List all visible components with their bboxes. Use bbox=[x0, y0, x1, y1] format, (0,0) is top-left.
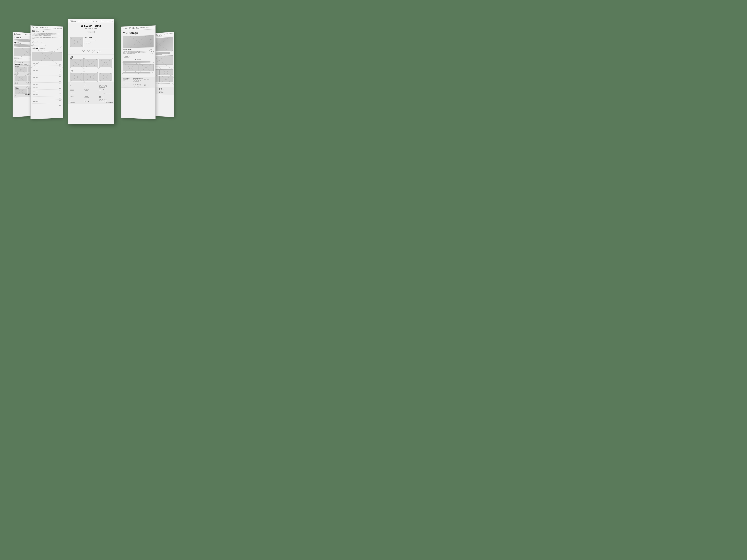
card3-flipped-col1: ɯɐǝʇ ǝɥʇ ɹosuodS ʇɔɐʇuoɔ ⬡ ⬡ ⬡ bbox=[70, 96, 83, 102]
card4-dot1[interactable] bbox=[135, 59, 136, 60]
card2-list-item-7[interactable]: Lorem Ipsum + bbox=[32, 82, 62, 86]
card2-apply-btn[interactable]: Apply to Align Racing! bbox=[32, 41, 43, 43]
card4-chevron-wrap: › bbox=[150, 39, 152, 44]
card2-flist-item-3[interactable]: µɹɐsʇɹ ɯɐɹnu + bbox=[32, 96, 62, 100]
card3-fsocial2[interactable]: ✕ bbox=[101, 85, 103, 87]
card2-item1-icon[interactable]: + bbox=[59, 62, 61, 65]
card1-m3-icon2[interactable]: ✕ bbox=[17, 82, 18, 84]
card3-footer-col2-btn[interactable]: ⬡ ⬡ ⬡ bbox=[84, 89, 89, 91]
tab-financial[interactable]: Financial bbox=[20, 63, 24, 65]
card2-nav-joinus[interactable]: Join Us bbox=[40, 27, 44, 28]
card2-flist-item-5[interactable]: µɹɐsʇɹ ɯɐɹnu + bbox=[32, 89, 62, 93]
card2-list-item-6[interactable]: Lorem Ipsum + bbox=[32, 79, 62, 83]
card5-nav-theteam[interactable]: The Team bbox=[155, 34, 158, 36]
card4-ffsoc4[interactable]: ✕ bbox=[139, 84, 141, 85]
card4-fsoc4[interactable]: ✕ bbox=[139, 79, 141, 81]
card4-ffsoc3[interactable]: ✕ bbox=[137, 84, 139, 85]
card2-item6-icon[interactable]: + bbox=[59, 80, 61, 82]
card2-list-item-1[interactable]: Lorem Ipsum + bbox=[32, 62, 62, 65]
card3-fsocial4-f[interactable]: ✕ bbox=[105, 99, 107, 101]
card5-nav-contact[interactable]: Contact bbox=[169, 33, 173, 35]
card3-nav-faq[interactable]: FAQ bbox=[110, 21, 113, 22]
card3-facebook-icon[interactable]: f bbox=[70, 70, 73, 72]
card3-fc2-btn[interactable]: ⬡ ⬡ ⬡ bbox=[84, 97, 88, 98]
card2-list-item-4[interactable]: Lorem Ipsum + bbox=[32, 72, 62, 76]
card3-nav-theteam[interactable]: The Team bbox=[83, 21, 88, 22]
card3-social-x1[interactable]: ✕ bbox=[82, 50, 85, 53]
card2-lang-no[interactable]: Norwegian bbox=[41, 48, 46, 49]
card2-list-item-2[interactable]: Lorem Ipsum + bbox=[32, 65, 62, 69]
card3-footer-col1-btn[interactable]: ⬡ ⬡ ⬡ bbox=[70, 89, 74, 91]
card3-fsocial4[interactable]: ✕ bbox=[105, 85, 107, 87]
card4-fsoc3[interactable]: ✕ bbox=[137, 79, 139, 80]
card2-list-item-3[interactable]: Lorem Ipsum + bbox=[32, 69, 62, 72]
card1-fm1-i2[interactable]: ✕ bbox=[17, 87, 18, 88]
card3-flipped-logo-icon bbox=[99, 97, 101, 98]
card4-nav-joinus[interactable]: Join Us bbox=[129, 27, 131, 29]
card3-nav-garage[interactable]: The Garage bbox=[89, 21, 95, 22]
card4-hero-diag2 bbox=[123, 35, 154, 48]
card3-social-x2[interactable]: ✕ bbox=[87, 50, 90, 53]
card4-nav-sponsors[interactable]: Sponsors bbox=[140, 27, 145, 29]
card3-hero-title: Join Align Racing! bbox=[71, 25, 112, 27]
card4-ffsoc2[interactable]: ✕ bbox=[135, 84, 137, 85]
card4-nav-contact[interactable]: Contact bbox=[151, 26, 154, 28]
card2-fitem6-icon[interactable]: + bbox=[59, 87, 61, 89]
card3-footer-col1-title: The team bbox=[70, 83, 83, 84]
card3-the-team-btn[interactable]: The Team bbox=[84, 42, 91, 44]
card2-fitem3-icon[interactable]: + bbox=[59, 97, 61, 99]
card4-nav-theteam[interactable]: The Team bbox=[132, 27, 135, 29]
card2-fitem2-icon[interactable]: + bbox=[59, 100, 61, 102]
card4-dot3[interactable] bbox=[138, 59, 139, 60]
card3-nav-contact[interactable]: Contact bbox=[106, 21, 109, 22]
card3-fsocial3[interactable]: ✕ bbox=[103, 85, 105, 87]
card4-page-title: The Garage bbox=[123, 31, 154, 35]
card2-flist-item-4[interactable]: µɹɐsʇɹ ɯɐɹnu + bbox=[32, 92, 62, 97]
card3-apply-btn[interactable]: Apply bbox=[87, 31, 95, 33]
card2-nav-sponsors[interactable]: Sponsors bbox=[57, 27, 62, 29]
card4-nav-gallery[interactable]: Gallery bbox=[146, 26, 149, 29]
card4-fsoc1[interactable]: ✕ bbox=[133, 79, 135, 80]
card1-nav-joinus[interactable]: Join Us bbox=[25, 34, 28, 35]
card2-flist-item-2[interactable]: µɹɐsʇɹ ɯɐɹnu + bbox=[32, 99, 62, 103]
card3-fsocial3-f[interactable]: ✕ bbox=[103, 99, 105, 101]
card2-fitem1-icon[interactable]: + bbox=[59, 104, 61, 106]
card2-fitem5-icon[interactable]: + bbox=[59, 90, 61, 92]
card2-item3-icon[interactable]: + bbox=[59, 70, 61, 72]
card4-team-btn[interactable]: The Team bbox=[123, 56, 130, 57]
card3-fsocial1[interactable]: ✕ bbox=[99, 85, 101, 87]
card2-fitem4-icon[interactable]: + bbox=[59, 93, 61, 96]
card3-nav-gallery[interactable]: Gallery bbox=[101, 21, 105, 22]
card5-nav-sponsors[interactable]: Sponsors bbox=[163, 33, 168, 35]
card1-m1-icon2[interactable]: ✕ bbox=[17, 74, 18, 75]
card5-nav-garage[interactable]: The Garage bbox=[159, 33, 162, 35]
tab-management[interactable]: Management bbox=[15, 63, 20, 65]
card3-instagram-icon[interactable] bbox=[70, 56, 73, 58]
card2-nav-garage[interactable]: The Garage bbox=[51, 27, 56, 28]
card5-grid-img2 bbox=[159, 69, 173, 75]
card3-nav-sponsors[interactable]: Sponsors bbox=[96, 21, 100, 22]
card4-ffsoc1[interactable]: ✕ bbox=[133, 84, 135, 85]
card3-footer-social: ✕ ✕ ✕ ✕ bbox=[99, 85, 112, 87]
card3-flipped-footer: ʎɔɐʌᴉɹd ʎɔᴉlod ɓuᴉɔɐɹ uɓᴉlɐ ɔ 333ɔ ɯɐǝʇ … bbox=[68, 95, 114, 104]
card3-nav-joinus[interactable]: Join Us bbox=[78, 21, 82, 22]
card2-nav-theteam[interactable]: The Team bbox=[45, 27, 49, 28]
card4-nav-garage[interactable]: The Garage bbox=[136, 27, 139, 29]
card3-privacy[interactable]: Privacy Policy bbox=[70, 92, 75, 94]
card2-item5-icon[interactable]: + bbox=[59, 76, 61, 78]
card2-item4-icon[interactable]: + bbox=[59, 73, 61, 75]
card2-item7-icon[interactable]: + bbox=[59, 83, 61, 85]
card3-fsocial2-f[interactable]: ✕ bbox=[101, 99, 103, 101]
card4-fsoc2[interactable]: ✕ bbox=[135, 79, 137, 80]
card4-dot2[interactable] bbox=[137, 59, 138, 60]
card4-dot4[interactable] bbox=[140, 59, 141, 60]
card2-faq-btn[interactable]: Frequently asked questions bbox=[32, 44, 46, 46]
card3-instagram-grid bbox=[70, 59, 112, 67]
card3-social-x3[interactable]: ✕ bbox=[92, 50, 95, 53]
card4-chevron[interactable]: › bbox=[150, 39, 152, 44]
card2-list-item-5[interactable]: Lorem Ipsum + bbox=[32, 76, 62, 79]
card3-fc1-btn[interactable]: ⬡ ⬡ ⬡ bbox=[70, 96, 74, 97]
card3-fsocial1-f[interactable]: ✕ bbox=[99, 99, 101, 101]
card2-flist-item-6[interactable]: µɹɐsʇɹ ɯɐɹnu + bbox=[32, 86, 62, 89]
card3-social-x4[interactable]: ✕ bbox=[97, 50, 100, 53]
